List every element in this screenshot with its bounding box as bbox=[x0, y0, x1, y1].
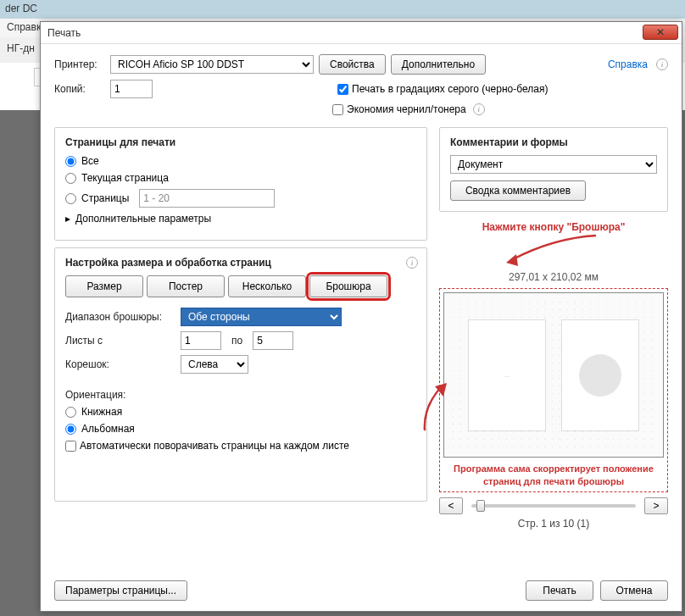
booklet-range-select[interactable]: Обе стороны bbox=[181, 308, 342, 326]
printer-select[interactable]: RICOH Aficio SP 100 DDST bbox=[110, 55, 314, 74]
dialog-titlebar: Печать ✕ bbox=[41, 22, 682, 44]
arrow-icon-2 bbox=[418, 381, 452, 432]
close-button[interactable]: ✕ bbox=[643, 25, 678, 40]
close-icon: ✕ bbox=[656, 26, 665, 38]
comments-group-title: Комментарии и формы bbox=[450, 136, 657, 148]
autorotate-checkbox[interactable] bbox=[65, 441, 76, 452]
inksave-checkbox[interactable]: Экономия чернил/тонера i bbox=[332, 103, 485, 115]
grayscale-cb-input[interactable] bbox=[337, 84, 348, 95]
printer-label: Принтер: bbox=[54, 58, 105, 70]
grayscale-checkbox[interactable]: Печать в градациях серого (черно-белая) bbox=[337, 83, 548, 95]
more-params-toggle[interactable]: Дополнительные параметры bbox=[75, 213, 211, 225]
dialog-title: Печать bbox=[47, 27, 81, 39]
page-setup-button[interactable]: Параметры страницы... bbox=[54, 580, 187, 601]
copies-input[interactable] bbox=[110, 80, 153, 98]
print-dialog: Печать ✕ Принтер: RICOH Aficio SP 100 DD… bbox=[40, 21, 682, 612]
preview-area: ... Программа сама скорректирует положен… bbox=[439, 288, 668, 492]
pages-group: Страницы для печати Все Текущая страница… bbox=[54, 127, 427, 241]
app-titlebar: der DC bbox=[0, 0, 685, 19]
tab-poster[interactable]: Постер bbox=[147, 275, 225, 297]
page-range-input[interactable] bbox=[139, 189, 275, 208]
sizing-info-icon[interactable]: i bbox=[406, 257, 418, 269]
sheets-to-input[interactable] bbox=[253, 331, 293, 350]
booklet-range-label: Диапазон брошюры: bbox=[65, 311, 175, 323]
pages-group-title: Страницы для печати bbox=[65, 136, 416, 148]
cancel-button[interactable]: Отмена bbox=[600, 580, 668, 601]
pager-label: Стр. 1 из 10 (1) bbox=[439, 518, 668, 530]
radio-landscape[interactable] bbox=[65, 424, 76, 435]
tab-multi[interactable]: Несколько bbox=[228, 275, 306, 297]
sheets-from-input[interactable] bbox=[181, 331, 221, 350]
tab-size[interactable]: Размер bbox=[65, 275, 143, 297]
properties-button[interactable]: Свойства bbox=[319, 54, 386, 75]
radio-all[interactable] bbox=[65, 156, 76, 167]
radio-current[interactable] bbox=[65, 173, 76, 184]
inksave-cb-input[interactable] bbox=[332, 104, 343, 115]
tab-booklet[interactable]: Брошюра bbox=[309, 275, 387, 297]
help-link[interactable]: Справка bbox=[608, 58, 648, 70]
radio-portrait[interactable] bbox=[65, 407, 76, 418]
inksave-info-icon[interactable]: i bbox=[473, 103, 485, 115]
spine-label: Корешок: bbox=[65, 358, 175, 370]
summary-button[interactable]: Сводка комментариев bbox=[450, 180, 586, 201]
help-info-icon[interactable]: i bbox=[656, 58, 668, 70]
orientation-label: Ориентация: bbox=[65, 389, 125, 401]
sheets-to-label: по bbox=[231, 335, 242, 347]
arrow-icon bbox=[503, 234, 604, 268]
preview-dims: 297,01 x 210,02 мм bbox=[439, 271, 668, 283]
prev-page-button[interactable]: < bbox=[439, 497, 463, 514]
print-button[interactable]: Печать bbox=[526, 580, 593, 601]
sheets-from-label: Листы с bbox=[65, 335, 175, 347]
spine-select[interactable]: Слева bbox=[181, 355, 248, 374]
copies-label: Копий: bbox=[54, 83, 105, 95]
callout-top: Нажмите кнопку "Брошюра" bbox=[439, 220, 668, 234]
sizing-group: Настройка размера и обработка страниц i … bbox=[54, 247, 427, 502]
radio-range[interactable] bbox=[65, 193, 76, 204]
next-page-button[interactable]: > bbox=[644, 497, 668, 514]
comments-group: Комментарии и формы Документ Сводка комм… bbox=[439, 127, 668, 212]
advanced-button[interactable]: Дополнительно bbox=[391, 54, 486, 75]
comments-select[interactable]: Документ bbox=[450, 155, 657, 174]
preview-pager: < > bbox=[439, 497, 668, 514]
page-slider[interactable] bbox=[471, 504, 636, 508]
sizing-group-title: Настройка размера и обработка страниц bbox=[65, 257, 416, 269]
callout-bottom: Программа сама скорректирует положение с… bbox=[443, 463, 664, 488]
